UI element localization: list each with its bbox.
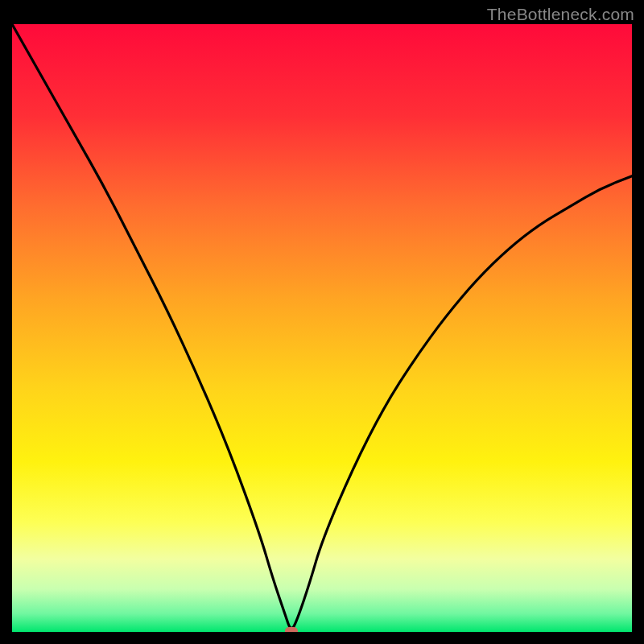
- bottleneck-curve: [12, 24, 632, 628]
- curve-svg: [12, 24, 632, 632]
- watermark-text: TheBottleneck.com: [487, 5, 634, 24]
- plot-area: [12, 24, 632, 632]
- optimal-marker: [285, 627, 298, 632]
